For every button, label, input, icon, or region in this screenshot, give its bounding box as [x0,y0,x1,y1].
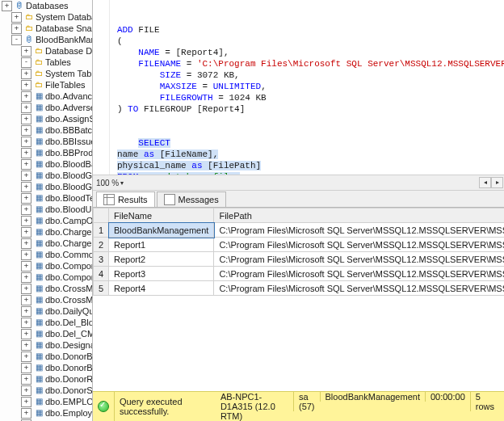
expander-icon[interactable]: + [21,329,32,339]
expander-icon[interactable]: + [21,204,32,215]
expander-icon[interactable]: + [21,171,32,181]
expander-icon[interactable]: + [21,272,32,283]
tree-table-node[interactable]: +▦dbo.DonorBloodBagEntry [0,351,92,362]
cell-filepath[interactable]: C:\Program Files\Microsoft SQL Server\MS… [214,252,504,267]
row-header[interactable]: 1 [93,223,108,238]
expander-icon[interactable]: + [21,318,32,328]
tree-table-node[interactable]: +▦dbo.CommonDDL_Mst [0,249,92,260]
tree-table-node[interactable]: +▦dbo.DonorBloodGroupingRegister [0,362,92,373]
table-row[interactable]: 1BloodBankManagementC:\Program Files\Mic… [93,223,504,238]
row-header[interactable]: 3 [93,252,108,267]
scroll-right-icon[interactable]: ▸ [491,177,503,188]
expander-icon[interactable]: + [21,250,32,260]
tree-table-node[interactable]: +▦dbo.DesignationMaster [0,339,92,351]
expander-icon[interactable]: + [21,125,32,136]
cell-filepath[interactable]: C:\Program Files\Microsoft SQL Server\MS… [214,238,504,252]
tree-table-node[interactable]: +▦dbo.Del_CMGRegister [0,328,92,339]
results-pane[interactable]: FileName FilePath 1BloodBankManagementC:… [93,207,504,391]
expander-icon[interactable]: + [21,103,32,113]
zoom-value[interactable]: 100 % [96,179,119,187]
expander-icon[interactable]: + [21,385,32,396]
expander-icon[interactable]: + [21,80,32,91]
tree-node[interactable]: +🛢Databases [0,0,92,11]
tree-table-node[interactable]: +▦dbo.CrossMatchReport [0,294,92,305]
expander-icon[interactable]: + [21,408,32,419]
expander-icon[interactable]: + [21,374,32,385]
tab-messages[interactable]: Messages [157,192,226,207]
expander-icon[interactable]: + [21,238,32,249]
tree-table-node[interactable]: +▦dbo.ComponentSeparation [0,272,92,283]
grid-header[interactable]: FileName [109,208,214,223]
expander-icon[interactable]: + [21,363,32,373]
table-row[interactable]: 4Report3C:\Program Files\Microsoft SQL S… [93,267,504,281]
tree-table-node[interactable]: +▦dbo.BloodGrp_Mst [0,181,92,192]
row-header[interactable]: 4 [93,267,108,281]
tree-table-node[interactable]: +▦dbo.BBBatchMaster [0,124,92,136]
expander-icon[interactable]: + [21,295,32,305]
tree-node[interactable]: +🗀FileTables [0,79,92,91]
expander-icon[interactable]: + [21,91,32,102]
expander-icon[interactable]: + [21,340,32,351]
tree-table-node[interactable]: +▦dbo.BloodUnitDiscardMaster [0,204,92,215]
expander-icon[interactable]: - [21,57,32,68]
expander-icon[interactable]: + [21,397,32,407]
tab-results[interactable]: Results [96,192,155,207]
expander-icon[interactable]: - [11,35,22,45]
cell-filename[interactable]: Report3 [109,267,214,281]
expander-icon[interactable]: + [21,159,32,170]
expander-icon[interactable]: + [11,23,22,34]
tree-table-node[interactable]: +▦dbo.BloodBagIssue [0,158,92,170]
expander-icon[interactable]: + [21,193,32,204]
cell-filepath[interactable]: C:\Program Files\Microsoft SQL Server\MS… [214,267,504,281]
row-header[interactable]: 2 [93,238,108,252]
tree-table-node[interactable]: +▦dbo.DonorScreeningRegister [0,385,92,396]
expander-icon[interactable]: + [21,306,32,317]
expander-icon[interactable]: + [21,227,32,238]
sql-editor[interactable]: ADD FILE ( NAME = [Report4], FILENAME = … [93,0,504,175]
tree-table-node[interactable]: +▦dbo.EMPLOYEE [0,396,92,407]
tree-node[interactable]: +🗀System Databases [0,11,92,23]
grid-corner[interactable] [93,208,108,223]
cell-filename[interactable]: BloodBankManagement [109,223,214,238]
tree-table-node[interactable]: +▦dbo.ChargesLog [0,238,92,249]
expander-icon[interactable]: + [21,69,32,79]
tree-table-node[interactable]: +▦dbo.ComponentProduct [0,260,92,272]
cell-filepath[interactable]: C:\Program Files\Microsoft SQL Server\MS… [214,223,504,238]
tree-table-node[interactable]: +▦dbo.EmployeeInformation [0,407,92,419]
table-row[interactable]: 5Report4C:\Program Files\Microsoft SQL S… [93,281,504,296]
expander-icon[interactable]: + [21,137,32,147]
scroll-left-icon[interactable]: ◂ [479,177,491,188]
expander-icon[interactable]: + [2,1,12,11]
expander-icon[interactable]: + [21,114,32,124]
tree-table-node[interactable]: +▦dbo.BloodTestNameMaster [0,192,92,204]
expander-icon[interactable]: + [11,12,22,23]
cell-filename[interactable]: Report4 [109,281,214,296]
tree-node[interactable]: +🗀Database Diagrams [0,45,92,57]
tree-table-node[interactable]: +▦dbo.AssignStorage [0,113,92,124]
tree-table-node[interactable]: +▦dbo.AdvancedBillAmount [0,91,92,102]
cell-filename[interactable]: Report1 [109,238,214,252]
expander-icon[interactable]: + [21,284,32,294]
tree-node[interactable]: +🗀System Tables [0,68,92,79]
tree-table-node[interactable]: +▦dbo.DonorRegister [0,373,92,385]
expander-icon[interactable]: + [21,148,32,158]
tree-table-node[interactable]: +▦dbo.DailyQualityControl [0,305,92,317]
expander-icon[interactable]: + [21,216,32,226]
tree-table-node[interactable]: +▦dbo.BBProductMaster [0,147,92,158]
tree-table-node[interactable]: +▦dbo.AdverseReaction [0,102,92,113]
tree-table-node[interactable]: +▦dbo.BBIssue [0,136,92,147]
expander-icon[interactable]: + [21,261,32,272]
tree-table-node[interactable]: +▦dbo.CrossMatchProdDetails [0,283,92,294]
cell-filepath[interactable]: C:\Program Files\Microsoft SQL Server\MS… [214,281,504,296]
expander-icon[interactable]: + [21,352,32,362]
object-explorer[interactable]: +🛢Databases+🗀System Databases+🗀Database … [0,0,93,421]
expander-icon[interactable]: + [21,46,32,57]
results-grid[interactable]: FileName FilePath 1BloodBankManagementC:… [93,208,504,296]
table-row[interactable]: 2Report1C:\Program Files\Microsoft SQL S… [93,238,504,252]
tree-node[interactable]: -🛢BloodBankManagement [0,34,92,45]
tree-node[interactable]: +🗀Database Snapshots [0,23,92,34]
expander-icon[interactable]: + [21,182,32,192]
tree-table-node[interactable]: +▦dbo.ChargesInformation [0,226,92,238]
tree-table-node[interactable]: +▦dbo.BloodGroupDetails [0,170,92,181]
tree-table-node[interactable]: +▦dbo.CampOrganizerInfo [0,215,92,226]
